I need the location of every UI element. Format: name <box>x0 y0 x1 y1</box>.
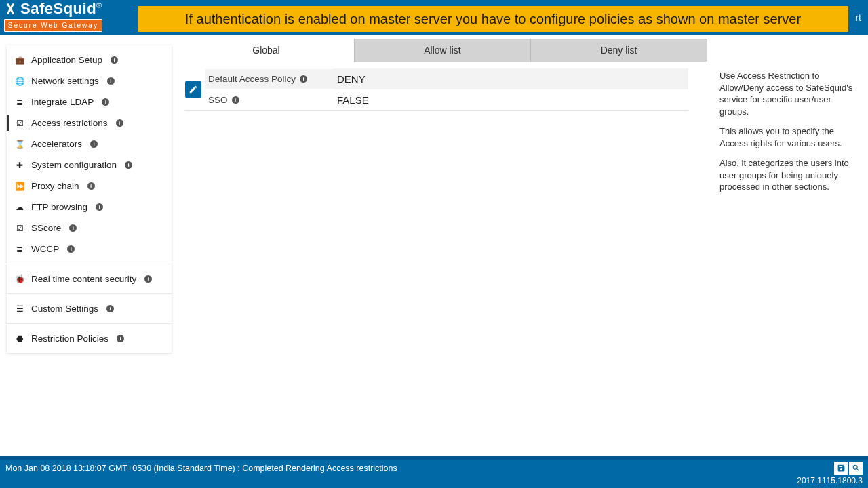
info-icon[interactable]: i <box>232 96 239 104</box>
help-paragraph: Use Access Restriction to Allow/Deny acc… <box>719 70 860 117</box>
cloud-icon: ☁ <box>15 203 24 212</box>
info-icon[interactable]: i <box>96 203 103 211</box>
globe-icon: 🌐 <box>15 77 24 86</box>
info-icon[interactable]: i <box>144 275 152 283</box>
check-square-icon: ☑ <box>15 224 24 233</box>
sidebar-item-system-configuration[interactable]: ✚System configurationi <box>7 155 172 176</box>
sidebar-item-proxy-chain[interactable]: ⏩Proxy chaini <box>7 176 172 197</box>
sidebar-item-ftp-browsing[interactable]: ☁FTP browsingi <box>7 197 172 218</box>
sidebar-heading[interactable]: ⬣Restriction Policiesi <box>7 328 172 349</box>
sidebar-item-label: Integrate LDAP <box>31 97 94 107</box>
info-icon[interactable]: i <box>106 305 114 312</box>
sidebar-item-label: Network settings <box>31 76 99 86</box>
tab-global[interactable]: Global <box>178 39 355 62</box>
topbar-right-text: rt <box>855 0 861 35</box>
logo-text: SafeSquid® <box>20 0 102 18</box>
puzzle-icon: ✚ <box>15 161 24 170</box>
logo-mark-icon <box>4 2 18 16</box>
info-icon[interactable]: i <box>125 161 132 169</box>
settings-pane: Default Access PolicyiDENYSSOiFALSE <box>178 62 715 201</box>
info-icon[interactable]: i <box>117 335 124 342</box>
sidebar-item-accelerators[interactable]: ⌛Acceleratorsi <box>7 134 172 155</box>
info-icon[interactable]: i <box>67 245 75 253</box>
logo[interactable]: SafeSquid® <box>4 0 102 18</box>
sidebar-item-label: Access restrictions <box>31 118 108 128</box>
search-icon <box>852 464 861 472</box>
sidebar-heading-label: Custom Settings <box>31 304 98 314</box>
sidebar: 💼Application Setupi🌐Network settingsi≣In… <box>7 45 172 353</box>
tabs: GlobalAllow listDeny list <box>178 39 868 62</box>
search-button[interactable] <box>849 462 863 475</box>
sidebar-heading[interactable]: 🐞Real time content securityi <box>7 268 172 289</box>
check-square-icon: ☑ <box>15 119 24 128</box>
logo-tagline: Secure Web Gateway <box>4 19 102 32</box>
help-panel: Use Access Restriction to Allow/Deny acc… <box>715 62 868 201</box>
info-icon[interactable]: i <box>102 98 109 106</box>
sidebar-heading[interactable]: 💼Application Setupi <box>7 49 172 70</box>
info-icon[interactable]: i <box>300 75 307 83</box>
tab-deny-list[interactable]: Deny list <box>531 39 707 62</box>
gauge-icon: ⌛ <box>15 140 24 149</box>
shield-icon: ⬣ <box>15 334 24 344</box>
sidebar-heading-label: Real time content security <box>31 274 136 284</box>
sidebar-item-label: Proxy chain <box>31 181 79 191</box>
forward-icon: ⏩ <box>15 182 24 191</box>
logo-block: SafeSquid® Secure Web Gateway <box>0 0 108 33</box>
sidebar-item-network-settings[interactable]: 🌐Network settingsi <box>7 70 172 92</box>
setting-value: DENY <box>334 68 688 89</box>
sidebar-item-label: FTP browsing <box>31 202 87 212</box>
info-icon[interactable]: i <box>111 56 118 64</box>
info-icon[interactable]: i <box>69 224 77 232</box>
sidebar-item-label: WCCP <box>31 244 59 254</box>
sidebar-item-label: SScore <box>31 223 61 233</box>
info-icon[interactable]: i <box>87 182 95 190</box>
tab-allow-list[interactable]: Allow list <box>355 39 531 62</box>
sliders-icon: ☰ <box>15 304 24 314</box>
info-icon[interactable]: i <box>116 119 123 127</box>
sidebar-item-integrate-ldap[interactable]: ≣Integrate LDAPi <box>7 92 172 113</box>
sidebar-item-access-restrictions[interactable]: ☑Access restrictionsi <box>7 113 172 134</box>
pencil-square-icon <box>189 85 198 94</box>
version-text: 2017.1115.1800.3 <box>0 476 868 487</box>
info-icon[interactable]: i <box>107 77 115 85</box>
setting-label: Default Access Policyi <box>205 69 334 89</box>
save-button[interactable] <box>834 462 848 475</box>
list-icon: ≣ <box>15 98 24 107</box>
sidebar-item-label: Accelerators <box>31 139 82 149</box>
setting-value: FALSE <box>334 89 688 110</box>
sidebar-item-label: System configuration <box>31 160 117 170</box>
help-paragraph: Also, it categorizes the users into user… <box>719 157 860 193</box>
sidebar-item-sscore[interactable]: ☑SScorei <box>7 218 172 239</box>
footer: Mon Jan 08 2018 13:18:07 GMT+0530 (India… <box>0 456 868 488</box>
bug-icon: 🐞 <box>15 274 24 284</box>
sidebar-item-wccp[interactable]: ≣WCCPi <box>7 239 172 260</box>
sidebar-heading[interactable]: ☰Custom Settingsi <box>7 298 172 319</box>
save-icon <box>837 464 846 472</box>
info-icon[interactable]: i <box>90 140 98 148</box>
sidebar-heading-label: Application Setup <box>31 55 102 65</box>
help-paragraph: This allows you to specify the Access ri… <box>719 125 860 149</box>
status-text: Mon Jan 08 2018 13:18:07 GMT+0530 (India… <box>5 464 397 473</box>
briefcase-icon: 💼 <box>15 56 24 65</box>
storage-icon: ≣ <box>15 245 24 254</box>
notice-banner: If authentication is enabled on master s… <box>138 6 848 32</box>
sidebar-heading-label: Restriction Policies <box>31 333 108 344</box>
top-bar: SafeSquid® Secure Web Gateway If authent… <box>0 0 868 35</box>
edit-button[interactable] <box>185 81 201 98</box>
setting-label: SSOi <box>205 90 334 110</box>
